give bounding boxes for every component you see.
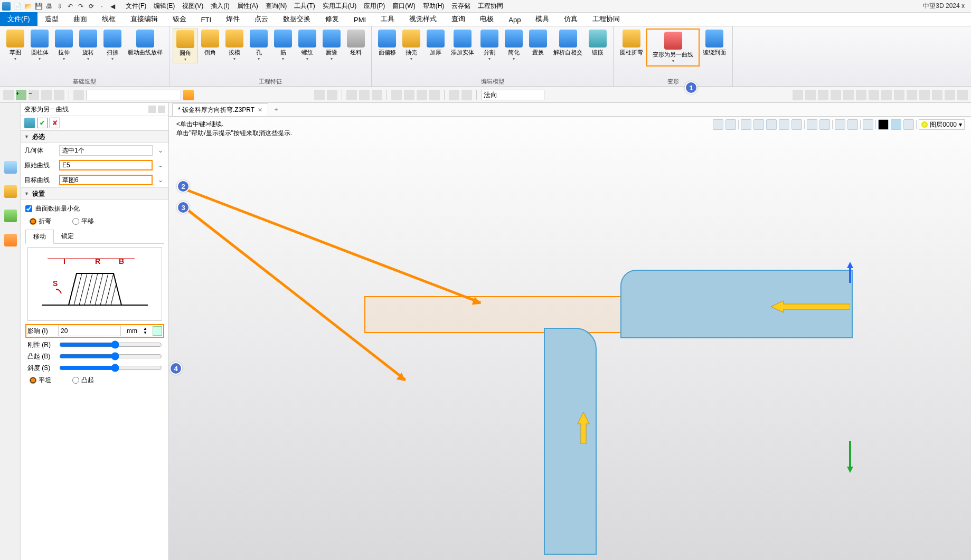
thicken-button[interactable]: 加厚 bbox=[423, 29, 448, 58]
subtab-move[interactable]: 移动 bbox=[25, 230, 54, 244]
tool-f-icon[interactable] bbox=[391, 90, 402, 100]
tab-weld[interactable]: 焊件 bbox=[219, 12, 247, 26]
snap-k-icon[interactable] bbox=[919, 90, 930, 100]
simplify-button[interactable]: 简化▾ bbox=[502, 29, 526, 62]
menu-file[interactable]: 文件(F) bbox=[124, 1, 148, 12]
mode-shift-radio[interactable] bbox=[72, 218, 79, 225]
lasso-icon[interactable] bbox=[54, 90, 64, 100]
part-icon[interactable] bbox=[4, 185, 17, 198]
user-icon[interactable] bbox=[4, 234, 17, 246]
vt-b-icon[interactable] bbox=[725, 119, 736, 130]
replace-button[interactable]: 置换 bbox=[526, 29, 550, 58]
draft-button[interactable]: 拔模▾ bbox=[222, 29, 247, 62]
inlay-button[interactable]: 镶嵌 bbox=[586, 29, 610, 58]
snap-f-icon[interactable] bbox=[856, 90, 866, 100]
slope-slider[interactable] bbox=[59, 364, 162, 372]
viewport-3d[interactable]: <单击中键>继续. 单击"帮助/显示提示"按钮来取消这些提示. bbox=[169, 117, 971, 560]
section-settings[interactable]: 设置 bbox=[21, 187, 168, 200]
ok-button[interactable]: ✔ bbox=[37, 118, 48, 128]
vt-f-icon[interactable] bbox=[791, 119, 802, 130]
tab-exchange[interactable]: 数据交换 bbox=[276, 12, 318, 26]
revolve-button[interactable]: 旋转▾ bbox=[76, 29, 100, 62]
tab-query[interactable]: 查询 bbox=[444, 12, 473, 26]
tab-app[interactable]: App bbox=[501, 14, 528, 26]
add-icon[interactable]: + bbox=[16, 90, 26, 100]
tool-c-icon[interactable] bbox=[346, 90, 357, 100]
loft-button[interactable]: 驱动曲线放样 bbox=[125, 29, 166, 58]
sketch-button[interactable]: 草图▾ bbox=[3, 29, 27, 62]
tab-wireframe[interactable]: 线框 bbox=[95, 12, 123, 26]
tool-g-icon[interactable] bbox=[404, 90, 414, 100]
cursor-icon[interactable] bbox=[3, 90, 14, 100]
menu-app[interactable]: 应用(P) bbox=[362, 1, 387, 12]
menu-cloud[interactable]: 云存储 bbox=[449, 1, 473, 12]
tab-visual[interactable]: 视觉样式 bbox=[402, 12, 444, 26]
orig-dropdown-icon[interactable]: ⌄ bbox=[156, 162, 165, 169]
refresh-icon[interactable]: ⟳ bbox=[87, 2, 96, 11]
tab-sheetmetal[interactable]: 钣金 bbox=[165, 12, 194, 26]
influence-input[interactable]: 20 bbox=[58, 326, 121, 336]
tab-tools[interactable]: 工具 bbox=[373, 12, 402, 26]
close-panel-icon[interactable] bbox=[158, 106, 165, 113]
section-required[interactable]: 必选 bbox=[21, 130, 168, 143]
chamfer-button[interactable]: 倒角 bbox=[198, 29, 222, 58]
snap-d-icon[interactable] bbox=[831, 90, 841, 100]
menu-query[interactable]: 查询(N) bbox=[263, 1, 289, 12]
bulge-slider[interactable] bbox=[59, 352, 162, 360]
vt-g-icon[interactable] bbox=[807, 119, 817, 130]
tab-file[interactable]: 文件(F) bbox=[0, 12, 37, 26]
snap-e-icon[interactable] bbox=[843, 90, 854, 100]
close-tab-icon[interactable]: ✕ bbox=[258, 107, 262, 113]
target-curve-field[interactable]: 草图6 bbox=[59, 175, 153, 185]
tab-mold[interactable]: 模具 bbox=[528, 12, 557, 26]
geometry-dropdown-icon[interactable]: ⌄ bbox=[156, 147, 165, 154]
tab-directedit[interactable]: 直接编辑 bbox=[123, 12, 165, 26]
menu-utils[interactable]: 实用工具(U) bbox=[320, 1, 359, 12]
vt-l-icon[interactable] bbox=[903, 119, 914, 130]
selfintersect-button[interactable]: 解析自相交 bbox=[550, 29, 586, 58]
lip-button[interactable]: 唇缘▾ bbox=[319, 29, 344, 62]
selection-icon[interactable] bbox=[41, 90, 52, 100]
tab-fti[interactable]: FTI bbox=[194, 14, 219, 26]
hole-button[interactable]: 孔▾ bbox=[247, 29, 271, 62]
snap-m-icon[interactable] bbox=[945, 90, 955, 100]
tab-surface[interactable]: 曲面 bbox=[66, 12, 95, 26]
menu-edit[interactable]: 编辑(E) bbox=[152, 1, 177, 12]
menu-attr[interactable]: 属性(A) bbox=[235, 1, 260, 12]
split-button[interactable]: 分割▾ bbox=[477, 29, 502, 62]
tab-pmi[interactable]: PMI bbox=[346, 14, 373, 26]
menu-insert[interactable]: 插入(I) bbox=[209, 1, 231, 12]
filter-icon[interactable] bbox=[73, 90, 84, 100]
menu-view[interactable]: 视图(V) bbox=[180, 1, 205, 12]
tool-d-icon[interactable] bbox=[359, 90, 370, 100]
layer-selector[interactable]: 图层0000 ▾ bbox=[919, 119, 965, 130]
face-offset-button[interactable]: 面偏移 bbox=[375, 29, 399, 58]
vt-a-icon[interactable] bbox=[713, 119, 723, 130]
tool-a-icon[interactable] bbox=[314, 90, 325, 100]
tool-h-icon[interactable] bbox=[417, 90, 427, 100]
orig-curve-field[interactable]: E5 bbox=[59, 160, 153, 170]
snap-j-icon[interactable] bbox=[907, 90, 917, 100]
menu-window[interactable]: 窗口(W) bbox=[390, 1, 417, 12]
filter-input[interactable] bbox=[86, 90, 181, 100]
menu-tools[interactable]: 工具(T) bbox=[292, 1, 317, 12]
subtab-lock[interactable]: 锁定 bbox=[54, 230, 81, 243]
extrude-button[interactable]: 拉伸▾ bbox=[52, 29, 76, 62]
new-tab-button[interactable]: ＋ bbox=[271, 105, 281, 114]
undo2-icon[interactable] bbox=[449, 90, 459, 100]
color-light-icon[interactable] bbox=[891, 119, 901, 130]
import-icon[interactable]: ⇩ bbox=[55, 2, 64, 11]
add-body-button[interactable]: 添加实体 bbox=[448, 29, 477, 58]
vt-d-icon[interactable] bbox=[753, 119, 764, 130]
snap-b-icon[interactable] bbox=[805, 90, 816, 100]
open-file-icon[interactable]: 📂 bbox=[23, 2, 33, 11]
vt-e-icon[interactable] bbox=[779, 119, 789, 130]
wrap-to-face-button[interactable]: 缠绕到面 bbox=[700, 29, 729, 58]
menu-help[interactable]: 帮助(H) bbox=[421, 1, 447, 12]
snap-n-icon[interactable] bbox=[957, 90, 968, 100]
tab-pointcloud[interactable]: 点云 bbox=[247, 12, 276, 26]
stock-button[interactable]: 坯料 bbox=[344, 29, 368, 58]
normal-combo[interactable] bbox=[481, 90, 544, 100]
vt-j-icon[interactable] bbox=[847, 119, 858, 130]
menu-collab[interactable]: 工程协同 bbox=[476, 1, 505, 12]
